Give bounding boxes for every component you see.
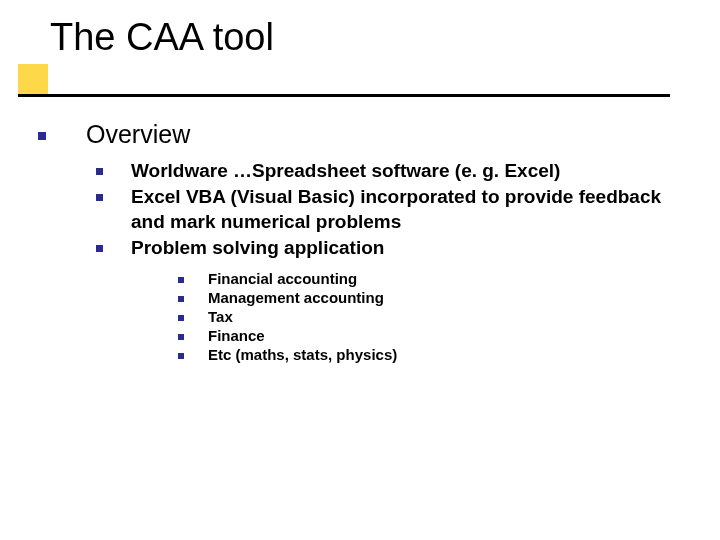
level2-text: Worldware …Spreadsheet software (e. g. E…: [131, 159, 560, 183]
list-item: Finance: [178, 327, 720, 344]
level3-text: Management accounting: [208, 289, 384, 306]
square-bullet-icon: [38, 132, 46, 140]
slide-title: The CAA tool: [50, 16, 274, 59]
square-bullet-icon: [178, 353, 184, 359]
list-item: Tax: [178, 308, 720, 325]
level2-text: Excel VBA (Visual Basic) incorporated to…: [131, 185, 671, 234]
square-bullet-icon: [96, 194, 103, 201]
list-item: Problem solving application: [96, 236, 720, 260]
square-bullet-icon: [178, 334, 184, 340]
title-underline: [18, 94, 670, 97]
level3-text: Financial accounting: [208, 270, 357, 287]
level3-text: Etc (maths, stats, physics): [208, 346, 397, 363]
level3-text: Finance: [208, 327, 265, 344]
list-item: Overview: [38, 120, 720, 149]
square-bullet-icon: [178, 277, 184, 283]
list-item: Etc (maths, stats, physics): [178, 346, 720, 363]
list-item: Financial accounting: [178, 270, 720, 287]
level3-text: Tax: [208, 308, 233, 325]
square-bullet-icon: [96, 245, 103, 252]
title-accent-box: [18, 64, 48, 94]
square-bullet-icon: [178, 296, 184, 302]
level1-text: Overview: [86, 120, 190, 149]
slide-body: Overview Worldware …Spreadsheet software…: [0, 120, 720, 365]
list-item: Excel VBA (Visual Basic) incorporated to…: [96, 185, 720, 234]
square-bullet-icon: [178, 315, 184, 321]
level2-text: Problem solving application: [131, 236, 384, 260]
list-item: Management accounting: [178, 289, 720, 306]
list-item: Worldware …Spreadsheet software (e. g. E…: [96, 159, 720, 183]
square-bullet-icon: [96, 168, 103, 175]
